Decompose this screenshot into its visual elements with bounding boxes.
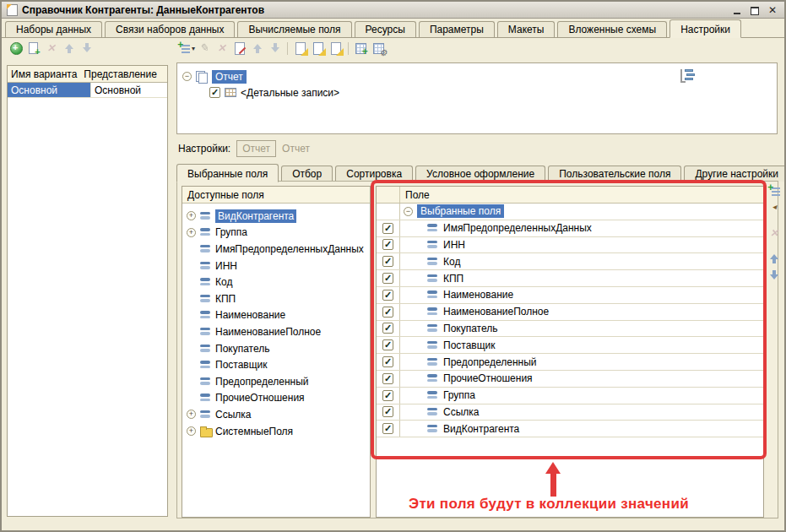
toolbar-button[interactable] (7, 41, 24, 56)
available-field-row[interactable]: СистемныеПоля (182, 423, 370, 440)
toolbar-button[interactable] (24, 41, 42, 56)
field-checkbox[interactable] (382, 223, 393, 234)
available-field-row[interactable]: НаименованиеПолное (182, 323, 370, 340)
settings-tab[interactable]: Сортировка (335, 166, 413, 182)
toolbar-button[interactable] (177, 41, 195, 56)
field-checkbox[interactable] (382, 406, 393, 417)
settings-tab[interactable]: Пользовательские поля (548, 166, 681, 182)
available-field-row[interactable]: КПП (182, 290, 370, 307)
available-field-row[interactable]: Группа (182, 225, 370, 242)
settings-tab[interactable]: Выбранные поля (176, 164, 279, 182)
selected-field-row[interactable]: Наименование (377, 287, 763, 304)
selected-field-row[interactable]: Группа (377, 388, 763, 404)
selected-field-row[interactable]: ИНН (377, 237, 763, 254)
toolbar-button[interactable] (266, 41, 284, 56)
toolbar-button[interactable] (327, 41, 344, 56)
field-checkbox[interactable] (382, 307, 393, 318)
field-checkbox[interactable] (382, 423, 393, 434)
variant-name-cell[interactable]: Основной (8, 83, 91, 97)
field-checkbox[interactable] (382, 256, 393, 267)
field-checkbox[interactable] (382, 239, 393, 250)
main-tab-bar: Наборы данныхСвязи наборов данныхВычисля… (2, 19, 784, 38)
main-tab[interactable]: Настройки (669, 19, 741, 38)
toolbar-button[interactable] (766, 225, 783, 241)
toolbar-button[interactable] (78, 41, 95, 56)
toolbar-button[interactable] (195, 41, 213, 56)
available-field-row[interactable]: Ссылка (182, 406, 370, 423)
selected-field-row[interactable]: Покупатель (377, 321, 763, 338)
available-field-row[interactable]: ВидКонтрагента (182, 208, 370, 225)
expand-icon[interactable] (187, 410, 196, 419)
restore-icon[interactable] (750, 5, 760, 15)
available-field-row[interactable]: Наименование (182, 307, 370, 324)
detail-records-checkbox[interactable] (209, 87, 220, 98)
selected-field-row[interactable]: ПрочиеОтношения (377, 371, 763, 388)
toolbar-button[interactable] (766, 200, 783, 215)
toolbar-button[interactable] (230, 41, 248, 56)
available-field-row[interactable]: ПрочиеОтношения (182, 390, 370, 407)
selected-field-row[interactable]: ВидКонтрагента (377, 421, 763, 437)
settings-breadcrumb: Отчет (282, 143, 310, 155)
expand-icon[interactable] (187, 228, 196, 237)
selected-field-row[interactable]: Код (377, 253, 763, 270)
toolbar-button[interactable] (348, 42, 349, 55)
selected-field-row[interactable]: НаименованиеПолное (377, 304, 763, 321)
toolbar-button[interactable] (766, 187, 783, 195)
field-checkbox[interactable] (382, 290, 393, 301)
field-checkbox[interactable] (382, 273, 393, 284)
main-tab[interactable]: Вложенные схемы (557, 21, 667, 37)
detail-records-icon (225, 88, 236, 97)
toolbar-button[interactable] (213, 41, 230, 56)
toolbar-button[interactable] (370, 41, 388, 56)
expand-icon[interactable] (187, 211, 196, 220)
toolbar-button[interactable] (766, 268, 783, 283)
settings-tab[interactable]: Другие настройки (684, 166, 786, 182)
main-tab[interactable]: Макеты (497, 21, 556, 37)
arrow-down-icon (268, 41, 282, 55)
settings-tab[interactable]: Условное оформление (415, 166, 545, 182)
selected-field-row[interactable]: Ссылка (377, 404, 763, 421)
toolbar-button[interactable] (766, 251, 783, 266)
minimize-icon[interactable] (732, 5, 742, 15)
selected-fields-group-row[interactable]: Выбранные поля (377, 204, 763, 220)
available-field-row[interactable]: Поставщик (182, 356, 370, 373)
tree-child-row[interactable]: <Детальные записи> (177, 84, 777, 100)
toolbar-button[interactable] (309, 41, 327, 56)
selected-field-row[interactable]: ИмяПредопределенныхДанных (377, 220, 763, 237)
variant-presentation-cell[interactable]: Основной (91, 83, 167, 97)
collapse-icon[interactable] (404, 207, 413, 216)
available-field-row[interactable]: ИмяПредопределенныхДанных (182, 241, 370, 258)
field-checkbox[interactable] (382, 339, 393, 350)
main-tab[interactable]: Вычисляемые поля (237, 21, 351, 37)
toolbar-button[interactable] (287, 42, 288, 55)
collapse-icon[interactable] (182, 72, 192, 81)
main-tab[interactable]: Связи наборов данных (105, 21, 235, 37)
annotation-text: Эти поля будут в коллекции значений (376, 496, 722, 513)
variant-row[interactable]: Основной Основной (8, 83, 167, 98)
toolbar-button[interactable] (352, 41, 370, 56)
field-checkbox[interactable] (382, 356, 393, 367)
settings-variant-button[interactable]: Отчет (236, 140, 276, 157)
toolbar-button[interactable] (42, 41, 60, 56)
selected-field-row[interactable]: Предопределенный (377, 354, 763, 371)
field-checkbox[interactable] (382, 323, 393, 334)
main-tab[interactable]: Параметры (419, 21, 495, 37)
field-label: Ссылка (443, 406, 479, 418)
settings-tab[interactable]: Отбор (281, 166, 333, 182)
selected-field-row[interactable]: КПП (377, 270, 763, 287)
field-checkbox[interactable] (382, 390, 393, 401)
toolbar-button[interactable] (248, 41, 266, 56)
toolbar-button[interactable] (60, 41, 78, 56)
close-icon[interactable]: ✕ (767, 5, 778, 15)
available-field-row[interactable]: Предопределенный (182, 373, 370, 390)
main-tab[interactable]: Ресурсы (355, 21, 416, 37)
toolbar-button[interactable] (291, 41, 309, 56)
available-field-row[interactable]: Код (182, 274, 370, 290)
available-field-row[interactable]: ИНН (182, 258, 370, 274)
field-checkbox[interactable] (382, 373, 393, 384)
main-tab[interactable]: Наборы данных (5, 21, 102, 37)
structure-hierarchy-icon[interactable] (680, 68, 694, 83)
selected-field-row[interactable]: Поставщик (377, 337, 763, 354)
expand-icon[interactable] (187, 426, 196, 436)
available-field-row[interactable]: Покупатель (182, 340, 370, 357)
